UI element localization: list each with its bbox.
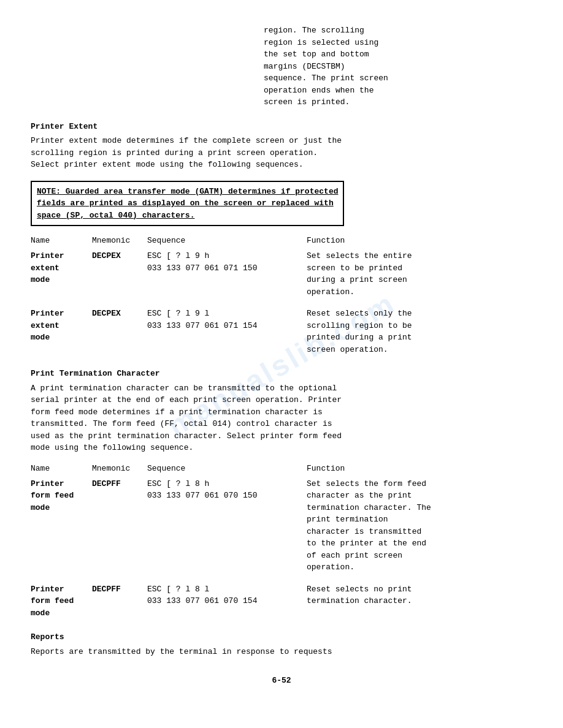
table2-header-function: Function — [307, 464, 532, 473]
t2-row2-function: Reset selects no printtermination charac… — [307, 583, 532, 607]
table1: Name Mnemonic Sequence Function Printere… — [31, 236, 532, 355]
row2-function: Reset selects only thescrolling region t… — [307, 308, 532, 355]
note-text: NOTE: Guarded area transfer mode (GATM) … — [37, 186, 338, 222]
reports-section: Reports Reports are transmitted by the t… — [31, 631, 532, 658]
table1-header-function: Function — [307, 236, 532, 245]
print-termination-section: Print Termination Character A print term… — [31, 368, 532, 454]
table2: Name Mnemonic Sequence Function Printerf… — [31, 464, 532, 620]
table1-header: Name Mnemonic Sequence Function — [31, 236, 532, 245]
t2-row1-sequence: ESC [ ? l 8 h033 133 077 061 070 150 — [147, 478, 307, 502]
top-right-line-6: operation ends when the — [264, 85, 532, 97]
row1-sequence: ESC [ ? l 9 h033 133 077 061 071 150 — [147, 250, 307, 274]
row1-name: Printerextentmode — [31, 250, 92, 286]
row1-function: Set selects the entirescreen to be print… — [307, 250, 532, 298]
table1-header-mnemonic: Mnemonic — [92, 236, 147, 245]
row1-mnemonic: DECPEX — [92, 250, 147, 262]
printer-extent-title: Printer Extent — [31, 121, 532, 133]
note-box: NOTE: Guarded area transfer mode (GATM) … — [31, 181, 344, 227]
printer-extent-section: Printer Extent Printer extent mode deter… — [31, 121, 532, 171]
t2-row2-name: Printerform feedmode — [31, 583, 92, 620]
table1-header-name: Name — [31, 236, 92, 245]
row2-mnemonic: DECPEX — [92, 308, 147, 320]
table-row: Printerform feedmode DECPFF ESC [ ? l 8 … — [31, 478, 532, 574]
table2-header: Name Mnemonic Sequence Function — [31, 464, 532, 473]
table-row: Printerextentmode DECPEX ESC [ ? l 9 l03… — [31, 308, 532, 355]
t2-row2-mnemonic: DECPFF — [92, 583, 147, 596]
top-right-line-4: margins (DECSTBM) — [264, 61, 532, 73]
t2-row1-name: Printerform feedmode — [31, 478, 92, 514]
table-row: Printerform feedmode DECPFF ESC [ ? l 8 … — [31, 583, 532, 620]
print-termination-title: Print Termination Character — [31, 368, 532, 380]
printer-extent-body: Printer extent mode determines if the co… — [31, 135, 532, 171]
page-number: 6-52 — [31, 676, 532, 685]
row2-name: Printerextentmode — [31, 308, 92, 344]
table2-header-sequence: Sequence — [147, 464, 307, 473]
table2-header-mnemonic: Mnemonic — [92, 464, 147, 473]
top-right-line-5: sequence. The print screen — [264, 72, 532, 85]
row2-sequence: ESC [ ? l 9 l033 133 077 061 071 154 — [147, 308, 307, 332]
t2-row2-sequence: ESC [ ? l 8 l033 133 077 061 070 154 — [147, 583, 307, 607]
reports-title: Reports — [31, 631, 532, 643]
table2-header-name: Name — [31, 464, 92, 473]
table-row: Printerextentmode DECPEX ESC [ ? l 9 h03… — [31, 250, 532, 298]
table1-header-sequence: Sequence — [147, 236, 307, 245]
top-right-block: region. The scrolling region is selected… — [264, 25, 532, 108]
print-termination-body: A print termination character can be tra… — [31, 382, 532, 454]
top-right-line-3: the set top and bottom — [264, 48, 532, 61]
top-right-line-7: screen is printed. — [264, 96, 532, 108]
t2-row1-function: Set selects the form feedcharacter as th… — [307, 478, 532, 574]
top-right-line-1: region. The scrolling — [264, 25, 532, 37]
page: manualslib.com region. The scrolling reg… — [0, 0, 563, 728]
reports-body: Reports are transmitted by the terminal … — [31, 646, 532, 658]
t2-row1-mnemonic: DECPFF — [92, 478, 147, 490]
top-right-line-2: region is selected using — [264, 37, 532, 49]
